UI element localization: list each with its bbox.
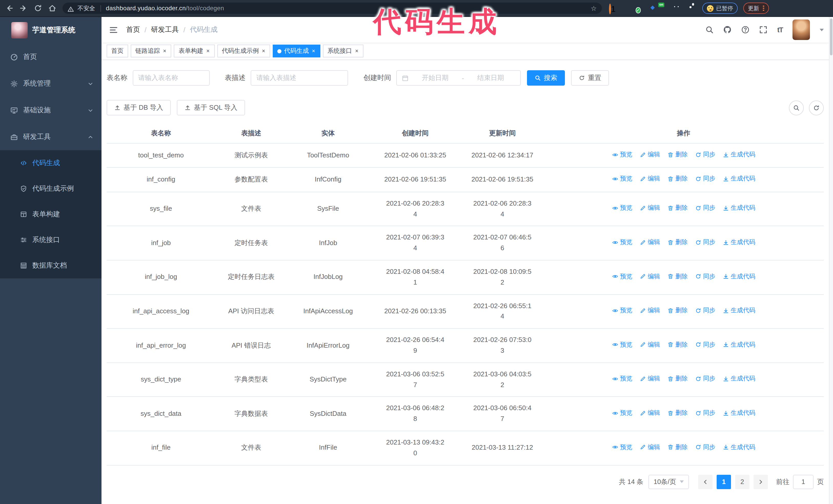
action-preview-link[interactable]: 预览 xyxy=(612,306,632,315)
action-edit-link[interactable]: 编辑 xyxy=(640,174,660,184)
tab-close-icon[interactable]: × xyxy=(261,48,266,54)
bookmark-star-icon[interactable]: ☆ xyxy=(591,5,597,11)
search-icon[interactable] xyxy=(706,26,714,34)
tab-home[interactable]: 首页 xyxy=(106,45,128,57)
action-sync-link[interactable]: 同步 xyxy=(695,408,715,418)
action-sync-link[interactable]: 同步 xyxy=(695,306,715,315)
search-button[interactable]: 搜索 xyxy=(527,70,565,86)
sidebar-item-db-doc[interactable]: 数据库文档 xyxy=(0,253,101,279)
action-generate-link[interactable]: 生成代码 xyxy=(722,237,755,247)
sidebar-item-codegen-example[interactable]: 代码生成示例 xyxy=(0,176,101,201)
action-preview-link[interactable]: 预览 xyxy=(612,408,632,418)
action-generate-link[interactable]: 生成代码 xyxy=(722,306,755,315)
sidebar-item-home[interactable]: 首页 xyxy=(0,44,101,70)
action-edit-link[interactable]: 编辑 xyxy=(640,271,660,281)
action-sync-link[interactable]: 同步 xyxy=(695,442,715,452)
refresh-table-button[interactable] xyxy=(809,100,824,115)
action-generate-link[interactable]: 生成代码 xyxy=(722,442,755,452)
action-sync-link[interactable]: 同步 xyxy=(695,150,715,160)
url-bar[interactable]: 不安全 dashboard.yudao.iocoder.cn/tool/code… xyxy=(63,3,602,14)
action-edit-link[interactable]: 编辑 xyxy=(640,442,660,452)
action-delete-link[interactable]: 删除 xyxy=(667,174,688,184)
action-sync-link[interactable]: 同步 xyxy=(695,374,715,384)
security-warning-icon[interactable] xyxy=(68,5,74,11)
browser-forward-icon[interactable] xyxy=(20,4,28,12)
next-page-button[interactable] xyxy=(754,475,768,489)
table-name-input[interactable]: 请输入表名称 xyxy=(133,70,209,86)
import-db-button[interactable]: 基于 DB 导入 xyxy=(106,100,171,115)
extension-orange-ring-icon[interactable]: 1 xyxy=(609,4,617,12)
hamburger-icon[interactable] xyxy=(109,25,118,34)
font-size-icon[interactable]: tT xyxy=(777,26,783,33)
page-button-2[interactable]: 2 xyxy=(735,475,749,489)
extension-robot-icon[interactable] xyxy=(675,4,683,12)
tab-form-builder[interactable]: 表单构建× xyxy=(174,45,215,57)
security-label[interactable]: 不安全 xyxy=(77,4,95,12)
action-sync-link[interactable]: 同步 xyxy=(695,271,715,281)
tab-close-icon[interactable]: × xyxy=(311,48,316,54)
toggle-search-button[interactable] xyxy=(789,100,804,115)
table-desc-input[interactable]: 请输入表描述 xyxy=(251,70,348,86)
prev-page-button[interactable] xyxy=(698,475,713,489)
browser-update-button[interactable]: 更新 xyxy=(743,3,769,14)
extension-grid-icon[interactable] xyxy=(649,4,657,12)
extension-check-icon[interactable]: ✓ xyxy=(636,4,643,12)
tab-close-icon[interactable]: × xyxy=(206,48,210,54)
action-generate-link[interactable]: 生成代码 xyxy=(722,150,755,160)
page-button-1[interactable]: 1 xyxy=(717,475,731,489)
help-icon[interactable] xyxy=(741,26,750,34)
action-edit-link[interactable]: 编辑 xyxy=(640,340,660,350)
action-preview-link[interactable]: 预览 xyxy=(612,174,632,184)
action-preview-link[interactable]: 预览 xyxy=(612,203,632,213)
action-sync-link[interactable]: 同步 xyxy=(695,203,715,213)
page-scrollbar[interactable] xyxy=(829,17,833,504)
page-size-select[interactable]: 10条/页 xyxy=(648,475,689,489)
tab-codegen-example[interactable]: 代码生成示例× xyxy=(217,45,270,57)
action-delete-link[interactable]: 删除 xyxy=(667,237,688,247)
extensions-puzzle-icon[interactable] xyxy=(689,4,697,12)
github-icon[interactable] xyxy=(723,26,732,34)
action-preview-link[interactable]: 预览 xyxy=(612,150,632,160)
action-edit-link[interactable]: 编辑 xyxy=(640,150,660,160)
action-delete-link[interactable]: 删除 xyxy=(667,340,688,350)
action-delete-link[interactable]: 删除 xyxy=(667,203,688,213)
action-preview-link[interactable]: 预览 xyxy=(612,442,632,452)
action-edit-link[interactable]: 编辑 xyxy=(640,306,660,315)
date-range-input[interactable]: 开始日期 - 结束日期 xyxy=(396,70,521,86)
action-preview-link[interactable]: 预览 xyxy=(612,340,632,350)
action-edit-link[interactable]: 编辑 xyxy=(640,374,660,384)
action-delete-link[interactable]: 删除 xyxy=(667,271,688,281)
action-edit-link[interactable]: 编辑 xyxy=(640,237,660,247)
reset-button[interactable]: 重置 xyxy=(571,70,609,86)
action-delete-link[interactable]: 删除 xyxy=(667,150,688,160)
fullscreen-icon[interactable] xyxy=(759,26,768,34)
action-delete-link[interactable]: 删除 xyxy=(667,306,688,315)
action-generate-link[interactable]: 生成代码 xyxy=(722,340,755,350)
sidebar-item-system-api[interactable]: 系统接口 xyxy=(0,227,101,253)
breadcrumb-item[interactable]: 首页 xyxy=(126,25,140,34)
scrollbar-thumb[interactable] xyxy=(830,19,832,55)
action-generate-link[interactable]: 生成代码 xyxy=(722,408,755,418)
action-edit-link[interactable]: 编辑 xyxy=(640,203,660,213)
browser-refresh-icon[interactable] xyxy=(34,4,42,12)
action-generate-link[interactable]: 生成代码 xyxy=(722,203,755,213)
user-avatar[interactable] xyxy=(792,20,810,40)
sidebar-item-devtools[interactable]: 研发工具 xyxy=(0,124,101,150)
tab-close-icon[interactable]: × xyxy=(355,48,359,54)
action-preview-link[interactable]: 预览 xyxy=(612,237,632,247)
breadcrumb-item[interactable]: 研发工具 xyxy=(151,25,179,34)
sidebar-logo[interactable]: 芋道管理系统 xyxy=(0,17,101,44)
browser-home-icon[interactable] xyxy=(48,4,56,12)
url-text[interactable]: dashboard.yudao.iocoder.cn/tool/codegen xyxy=(106,5,224,12)
action-sync-link[interactable]: 同步 xyxy=(695,174,715,184)
avatar-caret-down-icon[interactable] xyxy=(820,28,824,31)
sidebar-item-infra[interactable]: 基础设施 xyxy=(0,97,101,124)
sidebar-item-codegen[interactable]: 代码生成 xyxy=(0,150,101,176)
action-delete-link[interactable]: 删除 xyxy=(667,374,688,384)
tab-system-api[interactable]: 系统接口× xyxy=(323,45,364,57)
action-delete-link[interactable]: 删除 xyxy=(667,408,688,418)
sidebar-item-system[interactable]: 系统管理 xyxy=(0,70,101,97)
action-preview-link[interactable]: 预览 xyxy=(612,374,632,384)
sidebar-item-form-builder[interactable]: 表单构建 xyxy=(0,201,101,227)
action-edit-link[interactable]: 编辑 xyxy=(640,408,660,418)
